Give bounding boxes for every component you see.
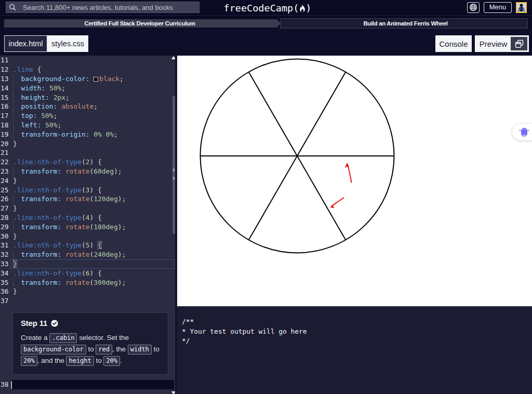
code-line[interactable]: 34.line:nth-of-type(6) { — [0, 269, 175, 278]
code-line[interactable]: 36} — [0, 287, 175, 296]
code-line[interactable]: 37 — [0, 296, 175, 306]
code-text: height: 2px; — [13, 93, 70, 102]
preview-button-label: Preview — [480, 40, 507, 48]
tab-styles-css[interactable]: styles.css — [47, 35, 88, 52]
line-number: 32 — [0, 250, 9, 259]
code-token-pun — [45, 84, 49, 92]
code-line[interactable]: 18 left: 50%; — [0, 121, 175, 130]
code-line[interactable]: 23 transform: rotate(60deg); — [0, 167, 175, 176]
code-token-pun — [13, 223, 21, 231]
code-line[interactable]: 25.line:nth-of-type(3) { — [0, 186, 175, 195]
search-input[interactable] — [17, 4, 199, 11]
code-line[interactable]: 21 — [0, 148, 175, 157]
code-token-pun: ) { — [89, 186, 101, 194]
code-token-pun: ; — [57, 121, 61, 129]
code-token-sel: .line:nth-of-type — [13, 186, 82, 194]
code-token-prop: left: — [21, 121, 42, 129]
code-token-pun: ; — [65, 94, 70, 101]
step-title-label: Step 11 — [21, 319, 47, 327]
code-line[interactable]: 32 transform: rotate(240deg); — [0, 250, 175, 259]
code-token-pun — [89, 75, 94, 83]
code-token-val: rotate — [65, 223, 90, 231]
code-line[interactable]: 35 transform: rotate(300deg); — [0, 278, 175, 287]
curriculum-breadcrumb[interactable]: Certified Full Stack Developer Curriculu… — [4, 19, 281, 28]
overview-ruler-mark — [173, 168, 175, 172]
inline-code-chip: height — [66, 356, 94, 366]
code-token-pun: ) — [89, 241, 98, 249]
preview-window-toggle[interactable] — [511, 37, 527, 50]
code-text: .line:nth-of-type(2) { — [13, 157, 102, 167]
code-line[interactable]: 15 height: 2px; — [0, 93, 175, 102]
test-output-console[interactable]: /** * Your test output will go here */ — [177, 306, 532, 394]
code-token-pun: } — [13, 140, 17, 148]
code-line[interactable]: 28.line:nth-of-type(4) { — [0, 213, 175, 222]
inline-code-chip: width — [128, 345, 152, 354]
code-line[interactable]: 12.line { — [0, 65, 175, 74]
code-token-sel: .line:nth-of-type — [13, 269, 82, 277]
challenge-breadcrumb-row: Build an Animated Ferris Wheel Certified… — [0, 16, 532, 29]
code-line[interactable]: 24} — [0, 176, 175, 186]
scroll-up-arrow[interactable] — [171, 56, 175, 59]
test-output-text: /** * Your test output will go here */ — [182, 318, 307, 345]
code-editor[interactable]: 1112.line {13 background-color: black;14… — [0, 56, 175, 394]
code-line[interactable]: 33} — [0, 259, 175, 269]
code-line[interactable]: 17 top: 50%; — [0, 111, 175, 121]
logo-text-suffix: ) — [305, 3, 311, 14]
step-instructions-panel: Step 11 Create a .cabin selector. Set th… — [12, 312, 168, 375]
code-token-num: 0% — [94, 130, 102, 138]
line-number: 28 — [0, 213, 9, 222]
line-number: 29 — [0, 222, 9, 232]
top-header: freeCodeCamp() Menu — [0, 0, 532, 16]
code-token-prop: transform: — [21, 167, 62, 175]
freecodecamp-logo[interactable]: freeCodeCamp() — [224, 0, 312, 16]
code-line[interactable]: 14 width: 50%; — [0, 84, 175, 93]
code-line[interactable]: 27} — [0, 204, 175, 213]
code-line[interactable]: 16 position: absolute; — [0, 102, 175, 111]
code-line[interactable]: 38 — [0, 380, 175, 389]
code-token-pun: ); — [118, 195, 126, 203]
tab-index-html[interactable]: index.html — [4, 35, 47, 52]
avatar-person-at-laptop-icon — [517, 4, 526, 12]
code-line[interactable]: 20} — [0, 139, 175, 149]
line-number: 38 — [0, 380, 9, 389]
curriculum-breadcrumb-label: Certified Full Stack Developer Curriculu… — [84, 20, 200, 27]
language-globe-button[interactable] — [467, 2, 480, 13]
code-token-pun — [57, 102, 61, 110]
code-line[interactable]: 13 background-color: black; — [0, 74, 175, 84]
line-number: 20 — [0, 139, 9, 149]
step-title: Step 11 — [21, 319, 161, 327]
code-token-pun: } — [13, 177, 17, 185]
menu-button[interactable]: Menu — [484, 2, 512, 13]
code-line[interactable]: 26 transform: rotate(120deg); — [0, 194, 175, 204]
console-button-label: Console — [439, 40, 468, 48]
code-token-pun — [61, 167, 65, 175]
code-token-val: rotate — [65, 279, 90, 286]
search-bar[interactable] — [6, 2, 200, 13]
code-line[interactable]: 19 transform-origin: 0% 0%; — [0, 130, 175, 139]
text-cursor — [11, 381, 12, 389]
menu-button-label: Menu — [489, 3, 507, 11]
code-line[interactable]: 11 — [0, 56, 175, 65]
console-button[interactable]: Console — [435, 35, 472, 52]
code-token-num: 50% — [45, 121, 57, 129]
code-line[interactable]: 31.line:nth-of-type(5) { — [0, 241, 175, 250]
preview-button[interactable]: Preview — [475, 35, 529, 52]
code-text: .line:nth-of-type(4) { — [13, 213, 102, 222]
code-text: } — [13, 204, 17, 213]
code-line[interactable]: 29 transform: rotate(180deg); — [0, 222, 175, 232]
code-text: transform: rotate(300deg); — [13, 278, 126, 287]
line-number: 21 — [0, 148, 9, 157]
code-token-sel: .line:nth-of-type — [13, 214, 82, 221]
code-token-pun — [13, 75, 21, 83]
line-number: 12 — [0, 65, 9, 74]
assistant-bug-icon — [516, 126, 532, 138]
code-text: position: absolute; — [13, 102, 98, 111]
code-token-pun: ; — [61, 84, 65, 92]
code-line[interactable]: 22.line:nth-of-type(2) { — [0, 157, 175, 167]
code-line[interactable]: 30} — [0, 232, 175, 241]
code-token-num: 50% — [49, 84, 61, 92]
editor-tab-strip: index.html styles.css Console Preview — [0, 29, 532, 56]
user-avatar[interactable] — [516, 2, 527, 13]
assistant-pill-button[interactable] — [512, 124, 532, 140]
scroll-down-arrow[interactable] — [171, 391, 175, 394]
